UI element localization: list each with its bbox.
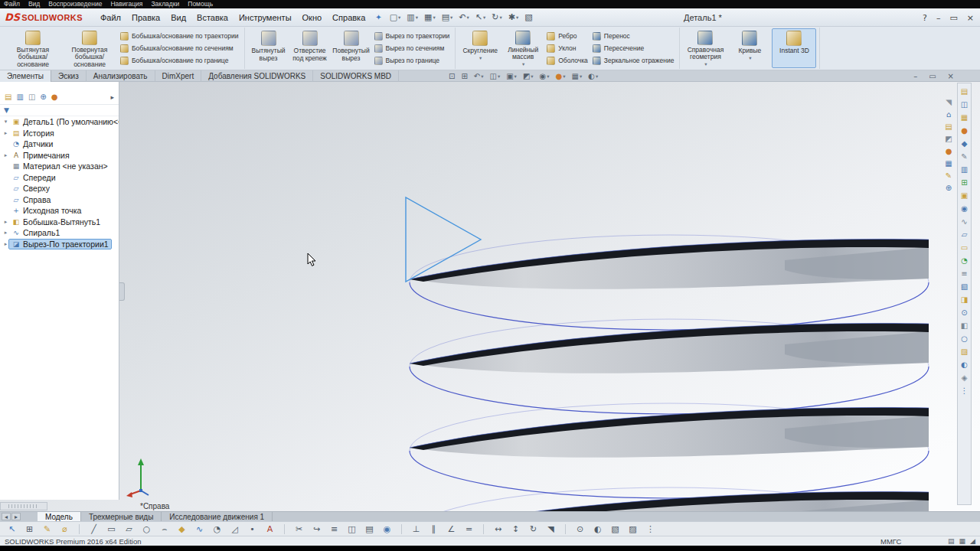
tab-solidworks-addins[interactable]: Добавления SOLIDWORKS <box>201 70 313 82</box>
print-button[interactable]: ▤▾ <box>439 12 456 22</box>
task-pane-icon-13[interactable]: ▭ <box>961 243 968 253</box>
intersect-button[interactable]: Пересечение <box>593 43 675 54</box>
menu-item[interactable]: Вставка <box>191 13 234 22</box>
apply-scene-icon[interactable]: ▦▾ <box>572 72 583 80</box>
menu-item[interactable]: Вид <box>165 13 191 22</box>
circular-sketch-pattern-tool[interactable]: ◉ <box>381 524 393 534</box>
tree-item-annotations[interactable]: ▸AПримечания <box>0 150 119 161</box>
reference-geometry-button[interactable]: Справочная геометрия▾ <box>683 28 727 68</box>
edit-appearance-icon[interactable]: ●▾ <box>556 72 566 80</box>
task-pane-icon-10[interactable]: ◉ <box>961 204 968 214</box>
tree-item-part[interactable]: ▾▣Деталь1 (По умолчанию<<По умолч... <box>0 116 119 128</box>
open-document-button[interactable]: ▥▾ <box>403 12 421 22</box>
status-grid-icon[interactable]: ▦ <box>959 537 966 545</box>
rotate-entities-tool[interactable]: ↻ <box>528 524 539 534</box>
select-tool[interactable]: ↖ <box>6 524 18 534</box>
tab-solidworks-mbd[interactable]: SOLIDWORKS MBD <box>313 70 399 82</box>
player-menu-item[interactable]: Помощь <box>188 0 213 8</box>
displaymanager-tab-icon[interactable]: ● <box>51 93 58 101</box>
sketch-tool[interactable]: ✎ <box>41 524 53 534</box>
task-pane-icon-14[interactable]: ◔ <box>961 256 968 266</box>
tree-item-right-plane[interactable]: ▱Справа <box>0 194 119 206</box>
swept-boss-button[interactable]: Бобышка/основание по траектории <box>120 31 239 42</box>
rib-button[interactable]: Ребро <box>547 31 588 42</box>
spline-tool[interactable]: ∿ <box>194 524 205 534</box>
polygon-tool[interactable]: ◆ <box>176 524 188 534</box>
line-tool[interactable]: ╱ <box>88 524 100 534</box>
extruded-cut-button[interactable]: Вытянутый вырез <box>248 28 289 68</box>
statusbar-units[interactable]: ММГС <box>880 537 901 546</box>
menu-item[interactable]: Окно <box>297 13 328 22</box>
tree-item-boss-extrude[interactable]: ▸◧Бобышка-Вытянуть1 <box>0 217 119 228</box>
task-pane-icon-24[interactable]: ⋮ <box>961 386 969 396</box>
custom-properties-icon[interactable]: ◆ <box>962 139 968 149</box>
ellipse-tool[interactable]: ◔ <box>211 524 223 534</box>
panel-splitter-handle[interactable] <box>119 282 125 301</box>
view-orientation-icon[interactable]: ▣▾ <box>506 72 517 80</box>
task-pane-icon-11[interactable]: ∿ <box>961 217 967 227</box>
mirror-button[interactable]: Зеркальное отражение <box>593 55 675 67</box>
draft-button[interactable]: Уклон <box>547 43 588 54</box>
design-library-icon[interactable]: ◫ <box>961 99 968 110</box>
tab-scroll-right[interactable]: ▸ <box>11 513 21 520</box>
select-button[interactable]: ↖▾ <box>472 12 488 22</box>
extruded-boss-button[interactable]: Вытянутая бобышка/основание <box>5 28 61 68</box>
viewport-toolbar-icon-1[interactable]: ◥ <box>946 97 952 108</box>
tab-evaluate[interactable]: Анализировать <box>87 70 155 82</box>
rectangle-tool[interactable]: ▭ <box>106 524 117 534</box>
new-document-button[interactable]: ▢▾ <box>387 12 404 22</box>
instant-3d-button[interactable]: Instant 3D <box>772 28 816 68</box>
task-pane-icon-7[interactable]: ▥ <box>961 165 968 175</box>
menu-item[interactable]: Справка <box>327 13 371 22</box>
perpendicular-relation-tool[interactable]: ⊥ <box>410 524 422 534</box>
panel-horizontal-scrollbar[interactable] <box>0 502 47 510</box>
panel-expand-chevron[interactable]: ▸ <box>110 93 114 101</box>
wrap-button[interactable]: Перенос <box>593 31 675 42</box>
dimxpertmanager-tab-icon[interactable]: ⊕ <box>40 93 46 101</box>
player-menu-item[interactable]: Вид <box>28 0 40 8</box>
text-tool[interactable]: A <box>264 524 276 534</box>
fillet-button[interactable]: Скругление▾ <box>459 28 501 68</box>
expand-arrow-icon[interactable]: ▸ <box>2 241 9 247</box>
tree-item-helix[interactable]: ▸∿Спираль1 <box>0 227 119 239</box>
featuremanager-tab-icon[interactable]: ▤ <box>5 93 11 101</box>
task-pane-icon-8[interactable]: ⊞ <box>961 178 967 188</box>
configurationmanager-tab-icon[interactable]: ◫ <box>28 93 35 101</box>
hole-wizard-button[interactable]: Отверстие под крепеж <box>289 28 331 68</box>
expand-arrow-icon[interactable]: ▸ <box>2 230 9 236</box>
previous-view-icon[interactable]: ↶▾ <box>474 72 484 80</box>
player-menu-item[interactable]: Файл <box>4 0 20 8</box>
task-pane-icon-12[interactable]: ▱ <box>962 230 968 240</box>
lofted-boss-button[interactable]: Бобышка/основание по сечениям <box>120 43 239 54</box>
hide-show-items-icon[interactable]: ◉▾ <box>540 72 550 80</box>
task-pane-icon-9[interactable]: ▣ <box>961 191 968 201</box>
solidworks-resources-icon[interactable]: ▤ <box>961 86 968 97</box>
task-pane-icon-23[interactable]: ◈ <box>962 373 968 383</box>
viewport-toolbar-icon-5[interactable]: ● <box>946 146 952 157</box>
tree-item-top-plane[interactable]: ▱Сверху <box>0 183 119 194</box>
smart-dimension-tool[interactable]: ⌀ <box>59 524 70 534</box>
curves-button[interactable]: Кривые▾ <box>727 28 772 68</box>
resize-grip-icon[interactable]: ◢ <box>970 537 975 545</box>
task-pane-icon-16[interactable]: ▧ <box>961 282 968 292</box>
save-button[interactable]: ▦▾ <box>421 12 439 22</box>
propertymanager-tab-icon[interactable]: ▥ <box>16 93 23 101</box>
display-relations-tool[interactable]: ⊙ <box>574 524 586 534</box>
point-tool[interactable]: • <box>247 524 258 534</box>
doc-close-button[interactable]: × <box>948 72 954 80</box>
convert-entities-tool[interactable]: ↪ <box>311 524 322 534</box>
zoom-area-icon[interactable]: ⊞ <box>461 72 467 80</box>
stretch-entities-tool[interactable]: ↕ <box>510 524 521 534</box>
viewport-toolbar-icon-8[interactable]: ⊕ <box>946 183 952 194</box>
viewport-toolbar-icon-2[interactable]: ⌂ <box>946 109 951 120</box>
circle-tool[interactable]: ○ <box>141 524 152 534</box>
expand-arrow-icon[interactable]: ▸ <box>2 219 9 225</box>
tree-item-material[interactable]: ▦Материал <не указан> <box>0 161 119 172</box>
linear-sketch-pattern-tool[interactable]: ▤ <box>364 524 375 534</box>
sketch-fillet-tool[interactable]: ◿ <box>229 524 240 534</box>
angle-relation-tool[interactable]: ∠ <box>446 524 457 534</box>
viewport-toolbar-icon-4[interactable]: ◩ <box>945 134 952 145</box>
parallel-relation-tool[interactable]: ∥ <box>428 524 439 534</box>
task-pane-icon-17[interactable]: ◨ <box>961 295 968 305</box>
player-menu-item[interactable]: Навигация <box>110 0 142 8</box>
